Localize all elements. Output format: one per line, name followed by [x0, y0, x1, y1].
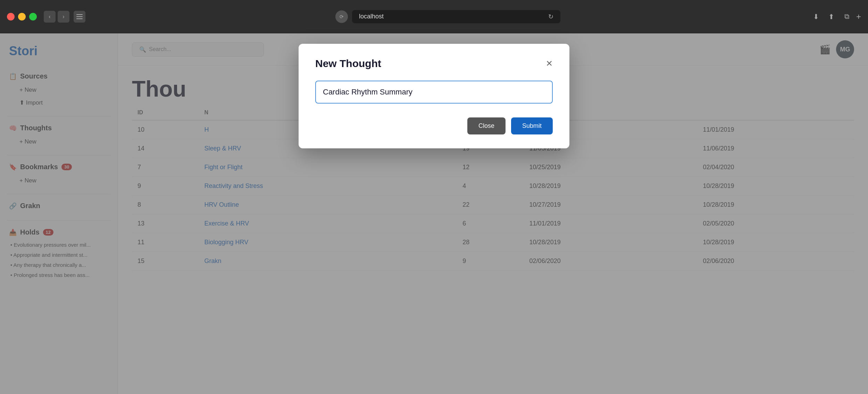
browser-actions: ⬇ ⬆ ⧉ +: [810, 11, 861, 23]
new-thought-modal: New Thought ✕ Close Submit: [299, 44, 569, 148]
maximize-traffic-light[interactable]: [29, 13, 37, 20]
modal-overlay: New Thought ✕ Close Submit: [0, 33, 868, 394]
reload-button[interactable]: ↻: [548, 13, 553, 20]
svg-rect-2: [76, 18, 83, 19]
modal-close-button[interactable]: Close: [467, 117, 506, 134]
add-tab-button[interactable]: +: [856, 12, 861, 22]
modal-footer: Close Submit: [315, 117, 553, 134]
share-button[interactable]: ⬆: [826, 11, 837, 23]
modal-header: New Thought ✕: [315, 58, 553, 69]
modal-title: New Thought: [315, 58, 381, 69]
url-text: localhost: [359, 13, 384, 20]
modal-submit-button[interactable]: Submit: [511, 117, 553, 134]
forward-button[interactable]: ›: [58, 11, 69, 23]
window-button[interactable]: ⧉: [841, 11, 853, 23]
address-bar-container: ⟳ localhost ↻: [90, 10, 806, 23]
browser-chrome: ‹ › ⟳ localhost ↻ ⬇ ⬆ ⧉ +: [0, 0, 868, 33]
minimize-traffic-light[interactable]: [18, 13, 26, 20]
close-traffic-light[interactable]: [7, 13, 15, 20]
browser-icon: ⟳: [335, 10, 348, 23]
svg-rect-0: [76, 14, 83, 15]
modal-close-x-button[interactable]: ✕: [546, 59, 553, 68]
address-bar[interactable]: localhost ↻: [352, 10, 560, 23]
traffic-lights: [7, 13, 37, 20]
thought-name-input[interactable]: [315, 81, 553, 104]
svg-rect-1: [76, 16, 83, 17]
nav-buttons: ‹ ›: [44, 11, 69, 23]
app-container: Stori 📋 Sources + New ⬆ Import 🧠 Thought…: [0, 33, 868, 394]
back-button[interactable]: ‹: [44, 11, 56, 23]
download-button[interactable]: ⬇: [810, 11, 822, 23]
sidebar-toggle-button[interactable]: [74, 11, 85, 23]
